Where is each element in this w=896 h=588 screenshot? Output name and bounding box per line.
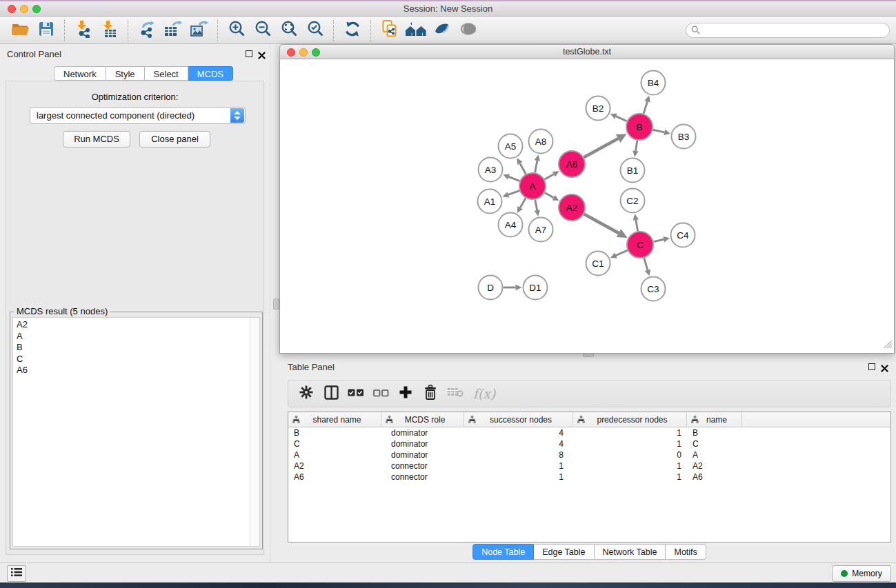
result-item[interactable]: A2	[13, 319, 259, 331]
mcds-result-listbox[interactable]: A2ABCA6	[12, 317, 260, 547]
zoom-selected-button[interactable]	[303, 19, 327, 41]
graph-node-A7[interactable]: A7	[529, 218, 553, 242]
graph-node-B3[interactable]: B3	[672, 125, 696, 149]
show-hide-button[interactable]	[457, 19, 480, 41]
graph-edge-C-C2[interactable]	[633, 214, 639, 231]
import-network-button[interactable]	[72, 19, 95, 41]
graph-node-C[interactable]: C	[627, 232, 653, 258]
graph-edge-C-C4[interactable]	[654, 236, 670, 242]
graph-node-A2[interactable]: A2	[559, 194, 585, 221]
zoom-out-button[interactable]	[251, 19, 275, 41]
graph-node-A5[interactable]: A5	[499, 134, 523, 159]
tab-motifs[interactable]: Motifs	[666, 544, 706, 560]
graph-node-A8[interactable]: A8	[529, 130, 553, 154]
graph-edge-A-A7[interactable]	[534, 200, 539, 216]
export-network-button[interactable]	[135, 19, 159, 41]
delete-column-button[interactable]	[418, 383, 443, 405]
graph-edge-D-D1[interactable]	[504, 285, 522, 291]
graph-node-B[interactable]: B	[626, 114, 653, 140]
graph-node-B1[interactable]: B1	[621, 159, 645, 183]
result-item[interactable]: C	[13, 354, 259, 365]
network-graph[interactable]: B4B2BB3A8A5A6A3B1AA1C2A2A4A7C4CC1DD1C3	[280, 59, 894, 352]
tab-select[interactable]: Select	[145, 66, 188, 81]
tab-edge-table[interactable]: Edge Table	[534, 544, 594, 560]
graph-edge-A-A2[interactable]	[545, 193, 559, 201]
open-session-button[interactable]	[8, 19, 32, 41]
refresh-view-button[interactable]	[341, 19, 364, 41]
column-header[interactable]: MCDS role	[381, 412, 464, 427]
graph-node-A1[interactable]: A1	[478, 190, 502, 214]
network-canvas[interactable]: B4B2BB3A8A5A6A3B1AA1C2A2A4A7C4CC1DD1C3	[279, 59, 895, 354]
graph-node-C4[interactable]: C4	[671, 223, 695, 247]
home-button[interactable]	[404, 19, 428, 41]
resize-grip-icon[interactable]	[884, 339, 893, 352]
table-panel-float-button[interactable]	[868, 363, 876, 371]
close-panel-button[interactable]: Close panel	[139, 131, 210, 148]
network-window-titlebar[interactable]: testGlobe.txt	[279, 44, 895, 59]
select-all-button[interactable]	[344, 383, 368, 405]
search-input[interactable]	[704, 24, 886, 38]
graph-edge-B-B4[interactable]	[644, 96, 650, 114]
graph-node-A6[interactable]: A6	[559, 151, 585, 177]
table-row[interactable]: Cdominator41C	[288, 438, 890, 449]
tab-style[interactable]: Style	[106, 66, 145, 81]
graph-edge-C-C1[interactable]	[610, 250, 628, 258]
graph-edge-A-A6[interactable]	[544, 171, 559, 179]
clone-network-button[interactable]	[378, 19, 401, 41]
graph-edge-A-A3[interactable]	[503, 174, 519, 181]
graph-edge-C-C3[interactable]	[644, 258, 650, 276]
vertical-divider-grip[interactable]	[273, 298, 279, 310]
export-image-button[interactable]	[188, 19, 211, 41]
style-preview-button[interactable]	[430, 19, 454, 41]
graph-node-D[interactable]: D	[479, 276, 503, 300]
table-row[interactable]: A2connector11A2	[288, 460, 890, 472]
tab-network[interactable]: Network	[54, 66, 106, 81]
import-table-button[interactable]	[98, 19, 121, 41]
graph-node-A4[interactable]: A4	[499, 213, 523, 237]
column-header[interactable]: shared name	[288, 412, 381, 427]
column-header[interactable]: name	[687, 412, 742, 427]
graph-node-D1[interactable]: D1	[524, 276, 548, 300]
zoom-in-button[interactable]	[225, 19, 248, 41]
graph-node-A3[interactable]: A3	[479, 158, 503, 182]
graph-edge-A-A1[interactable]	[502, 191, 519, 198]
show-column-button[interactable]	[319, 383, 344, 405]
graph-edge-B-B2[interactable]	[610, 114, 627, 121]
delete-table-button[interactable]	[443, 383, 468, 405]
zoom-fit-button[interactable]	[277, 19, 301, 41]
tab-network-table[interactable]: Network Table	[595, 544, 666, 560]
graph-edge-A-A4[interactable]	[517, 198, 526, 213]
control-panel-float-button[interactable]	[245, 50, 253, 58]
task-history-button[interactable]	[7, 565, 26, 582]
tab-node-table[interactable]: Node Table	[472, 544, 534, 560]
table-row[interactable]: Adominator80A	[288, 449, 890, 460]
search-field[interactable]	[686, 23, 890, 38]
column-header[interactable]: predecessor nodes	[573, 412, 687, 427]
deselect-all-button[interactable]	[368, 383, 393, 405]
result-item[interactable]: B	[13, 342, 259, 354]
tab-mcds[interactable]: MCDS	[188, 66, 233, 81]
graph-edge-B-B1[interactable]	[633, 141, 639, 157]
graph-edge-A6-B[interactable]	[584, 134, 627, 157]
result-item[interactable]: A	[13, 331, 259, 343]
graph-edge-A-A8[interactable]	[535, 154, 540, 172]
save-session-button[interactable]	[34, 19, 58, 41]
column-header[interactable]: successor nodes	[464, 412, 573, 427]
graph-node-C2[interactable]: C2	[621, 189, 645, 213]
add-column-button[interactable]	[393, 383, 418, 405]
graph-node-C1[interactable]: C1	[586, 252, 610, 276]
result-item[interactable]: A6	[13, 365, 259, 376]
graph-edge-A2-C[interactable]	[584, 214, 628, 238]
run-mcds-button[interactable]: Run MCDS	[63, 131, 130, 148]
table-panel-close-button[interactable]	[881, 363, 889, 371]
graph-node-A[interactable]: A	[519, 173, 546, 199]
criterion-select[interactable]: largest connected component (directed)	[30, 107, 246, 124]
memory-button[interactable]: Memory	[832, 565, 891, 582]
graph-node-B2[interactable]: B2	[586, 97, 610, 121]
table-row[interactable]: Bdominator41B	[288, 427, 890, 438]
function-builder-button[interactable]: f(x)	[468, 383, 501, 405]
control-panel-close-button[interactable]	[258, 50, 266, 58]
table-settings-button[interactable]	[294, 383, 319, 405]
graph-edge-B-B3[interactable]	[653, 130, 670, 135]
graph-node-B4[interactable]: B4	[641, 71, 666, 95]
